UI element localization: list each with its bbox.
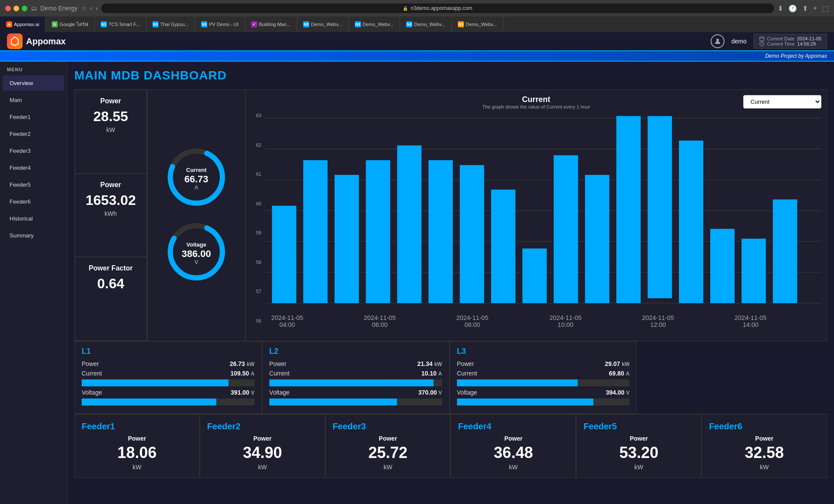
dashboard-title: MAIN MDB DASHBOARD bbox=[74, 69, 827, 82]
header-right: demo Current Date 2024-11-05 Current Tim… bbox=[711, 34, 827, 49]
tab-appomax[interactable]: A Appomax.ai bbox=[0, 16, 46, 32]
tab-icon-demo2: N3 bbox=[355, 21, 361, 27]
sidebar-item-main[interactable]: Main bbox=[3, 92, 64, 108]
feeder6-title: Feeder6 bbox=[709, 422, 820, 432]
feeder2-title: Feeder2 bbox=[207, 422, 318, 432]
user-avatar[interactable] bbox=[711, 34, 725, 48]
menu-label: MENU bbox=[0, 62, 67, 75]
feeder5-card: Feeder5 Power 53.20 kW bbox=[576, 414, 702, 478]
feeder4-unit: kW bbox=[458, 464, 569, 471]
tab-star[interactable]: ☆ bbox=[81, 5, 87, 12]
chart-svg: 2024-11-05 04:00 2024-11-05 06:00 2024-1… bbox=[265, 111, 821, 336]
minimize-button[interactable] bbox=[13, 6, 19, 11]
l2-power-label: Power bbox=[269, 360, 287, 367]
metric-power-kw-label: Power bbox=[86, 97, 136, 105]
url-bar[interactable]: 🔒 n3demo.appomaxapp.com bbox=[101, 3, 774, 13]
svg-rect-41 bbox=[773, 199, 797, 303]
feeder6-card: Feeder6 Power 32.58 kW bbox=[702, 414, 827, 478]
tab-icon-pv: N3 bbox=[201, 21, 207, 27]
metric-power-kw: Power 28.55 kW bbox=[75, 90, 147, 174]
svg-point-2 bbox=[716, 39, 719, 41]
svg-text:2024-11-05: 2024-11-05 bbox=[642, 314, 674, 321]
svg-text:10:00: 10:00 bbox=[558, 321, 573, 328]
svg-text:14:00: 14:00 bbox=[743, 321, 758, 328]
metric-power-kwh-unit: kWh bbox=[86, 210, 136, 217]
feeder1-card: Feeder1 Power 18.06 kW bbox=[74, 414, 200, 478]
tab-demo2[interactable]: N3 Demo_Webv... bbox=[349, 16, 400, 32]
datetime-box: Current Date 2024-11-05 Current Time 14:… bbox=[754, 34, 827, 49]
tab-label-building: Building Man... bbox=[259, 22, 291, 27]
tab-thai[interactable]: N3 Thai Gypsu... bbox=[146, 16, 195, 32]
l1-current-bar bbox=[82, 379, 255, 386]
back-button[interactable]: ‹ bbox=[90, 5, 93, 12]
l3-current-label: Current bbox=[457, 370, 477, 377]
sidebar-item-historical[interactable]: Historical bbox=[3, 211, 64, 226]
feeder5-title: Feeder5 bbox=[583, 422, 694, 432]
voltage-gauge: Voltage 386.00 V bbox=[162, 217, 231, 288]
tab-google[interactable]: G Google ไดร์ฟ bbox=[46, 16, 95, 32]
svg-rect-28 bbox=[366, 160, 390, 303]
date-value: 2024-11-05 bbox=[797, 36, 821, 41]
tab-demo1[interactable]: N3 Demo_Webv... bbox=[297, 16, 349, 32]
svg-rect-38 bbox=[679, 141, 703, 303]
sidebar-item-feeder6[interactable]: Feeder6 bbox=[3, 194, 64, 209]
sidebar-item-feeder5[interactable]: Feeder5 bbox=[3, 177, 64, 192]
phase-l3: L3 Power 29.07 kW Current 69.80 A Voltag… bbox=[450, 341, 637, 414]
l1-power-label: Power bbox=[82, 360, 99, 367]
metric-pf-label: Power Factor bbox=[86, 264, 136, 272]
feeder3-unit: kW bbox=[333, 464, 443, 471]
download-icon[interactable]: ⬇ bbox=[778, 4, 783, 13]
sidebar-item-feeder3[interactable]: Feeder3 bbox=[3, 143, 64, 158]
metric-power-kw-value: 28.55 bbox=[86, 109, 136, 125]
l1-current-value: 109.50 A bbox=[230, 370, 254, 377]
l3-current-value: 69.80 A bbox=[609, 370, 630, 377]
tab-pv[interactable]: N3 PV Demo - UI bbox=[195, 16, 245, 32]
graph-subtitle: The graph shows the value of Current eve… bbox=[441, 104, 631, 109]
svg-text:Voltage: Voltage bbox=[186, 241, 206, 248]
l3-current-fill bbox=[457, 379, 578, 386]
sidebar-item-feeder1[interactable]: Feeder1 bbox=[3, 109, 64, 125]
share-icon[interactable]: ⬆ bbox=[802, 4, 808, 13]
sidebar-icon[interactable]: ⬚ bbox=[822, 4, 829, 13]
app-layout: MENU Overview Main Feeder1 Feeder2 Feede… bbox=[0, 62, 834, 504]
svg-rect-39 bbox=[710, 229, 735, 303]
l2-voltage-bar bbox=[269, 399, 442, 405]
l2-title: L2 bbox=[269, 347, 442, 356]
svg-rect-37 bbox=[648, 116, 672, 298]
tab-tcs[interactable]: N3 TCS Smart F... bbox=[95, 16, 146, 32]
graph-selector[interactable]: Current Voltage Power Power Factor bbox=[743, 95, 821, 109]
sidebar-item-overview[interactable]: Overview bbox=[3, 76, 64, 91]
tab-icon-demo3: N3 bbox=[406, 21, 412, 27]
tab-demo3[interactable]: N3 Demo_Webv... bbox=[400, 16, 452, 32]
logo-area: Appomax bbox=[7, 33, 74, 49]
metric-power-kwh-value: 1653.02 bbox=[86, 192, 136, 208]
l1-voltage-bar bbox=[82, 399, 255, 405]
tab-building[interactable]: ✓ Building Man... bbox=[245, 16, 297, 32]
l2-voltage-value: 370.00 V bbox=[418, 389, 442, 396]
sidebar-item-feeder4[interactable]: Feeder4 bbox=[3, 160, 64, 175]
maximize-button[interactable] bbox=[22, 6, 27, 11]
svg-text:04:00: 04:00 bbox=[279, 321, 295, 328]
svg-rect-25 bbox=[272, 206, 296, 303]
feeder-cards: Feeder1 Power 18.06 kW Feeder2 Power 34.… bbox=[74, 414, 827, 478]
metric-pf-value: 0.64 bbox=[86, 276, 136, 292]
l3-voltage-row: Voltage 394.00 V bbox=[457, 389, 630, 396]
close-button[interactable] bbox=[5, 6, 11, 11]
feeder4-card: Feeder4 Power 36.48 kW bbox=[450, 414, 576, 478]
url-text: n3demo.appomaxapp.com bbox=[410, 5, 472, 11]
l1-current-fill bbox=[82, 379, 228, 386]
graph-title: Current bbox=[441, 95, 631, 104]
sidebar-item-feeder2[interactable]: Feeder2 bbox=[3, 126, 64, 142]
tab-icon-appomax: A bbox=[6, 21, 12, 27]
history-icon[interactable]: 🕐 bbox=[788, 4, 797, 13]
time-row: Current Time 14:56:29 bbox=[759, 41, 821, 46]
sidebar-item-summary[interactable]: Summary bbox=[3, 228, 64, 243]
svg-text:Current: Current bbox=[186, 167, 207, 173]
feeder2-unit: kW bbox=[207, 464, 318, 471]
forward-button[interactable]: › bbox=[96, 5, 98, 12]
tab-icon-building: ✓ bbox=[251, 21, 257, 27]
tab-demo4[interactable]: N3 Demo_Webv... bbox=[452, 16, 503, 32]
svg-rect-3 bbox=[760, 37, 764, 41]
new-tab-icon[interactable]: + bbox=[813, 4, 817, 12]
tab-icon-demo4: N3 bbox=[458, 21, 464, 27]
